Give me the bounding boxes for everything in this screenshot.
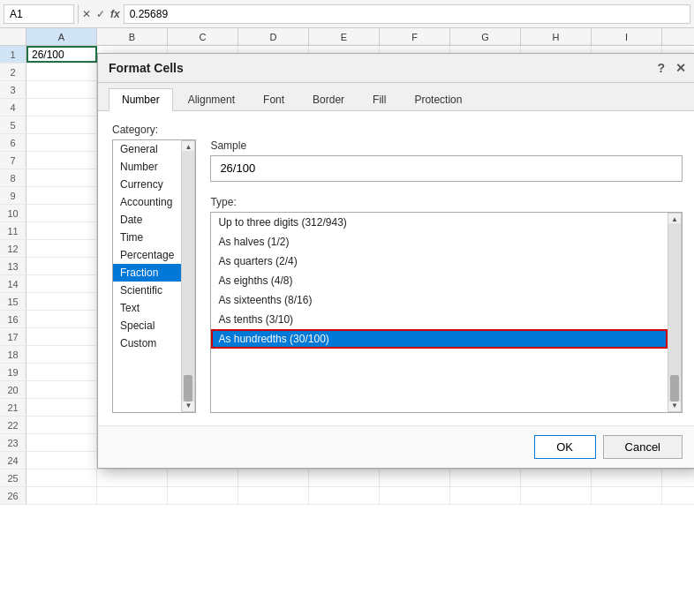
col-header-e[interactable]: E <box>309 28 380 45</box>
confirm-formula-icon[interactable]: ✓ <box>96 8 105 20</box>
row-number-9: 9 <box>0 187 26 204</box>
col-header-i[interactable]: I <box>592 28 662 45</box>
row-number-1: 1 <box>0 46 26 63</box>
table-row: 26 <box>0 487 694 505</box>
row-number-17: 17 <box>0 328 26 345</box>
row-number-3: 3 <box>0 81 26 98</box>
row-number-15: 15 <box>0 293 26 310</box>
formula-input[interactable] <box>124 4 690 24</box>
row-number-5: 5 <box>0 116 26 133</box>
two-column-layout: General Number Currency Accounting Date … <box>112 139 683 413</box>
list-item[interactable]: As sixteenths (8/16) <box>211 290 668 310</box>
row-number-21: 21 <box>0 399 26 416</box>
row-num-spacer <box>0 28 26 45</box>
dialog-title-bar: Format Cells ? ✕ <box>98 54 694 83</box>
column-headers: A B C D E F G H I <box>0 28 694 46</box>
dialog-footer: OK Cancel <box>98 425 694 468</box>
tab-number[interactable]: Number <box>109 88 173 111</box>
scroll-thumb[interactable] <box>670 375 679 402</box>
col-header-b[interactable]: B <box>97 28 168 45</box>
ok-button[interactable]: OK <box>534 435 596 459</box>
category-list-inner: General Number Currency Accounting Date … <box>113 140 181 412</box>
dialog-body: Category: General Number Currency Accoun… <box>98 111 694 425</box>
list-item[interactable]: General <box>113 140 181 158</box>
function-icon[interactable]: fx <box>110 8 120 20</box>
list-item[interactable]: As eighths (4/8) <box>211 271 668 290</box>
row-number-10: 10 <box>0 205 26 222</box>
list-item[interactable]: Percentage <box>113 246 181 264</box>
dialog-controls: ? ✕ <box>657 61 686 75</box>
col-header-c[interactable]: C <box>168 28 238 45</box>
col-header-a[interactable]: A <box>26 28 97 45</box>
type-list: Up to three digits (312/943) As halves (… <box>211 213 668 412</box>
scroll-track <box>668 223 681 402</box>
list-item[interactable]: As quarters (2/4) <box>211 252 668 271</box>
list-item[interactable]: Up to three digits (312/943) <box>211 213 668 232</box>
cell-reference-box[interactable]: A1 <box>4 4 74 24</box>
row-number-16: 16 <box>0 311 26 327</box>
scroll-thumb[interactable] <box>184 375 192 402</box>
row-number-19: 19 <box>0 364 26 380</box>
category-label: Category: <box>112 124 683 136</box>
scroll-up-arrow[interactable]: ▲ <box>185 143 192 151</box>
tab-protection[interactable]: Protection <box>401 88 475 110</box>
sample-label: Sample <box>210 139 683 152</box>
list-item[interactable]: Accounting <box>113 193 181 211</box>
formula-bar: A1 ✕ ✓ fx <box>0 0 694 28</box>
category-scrollbar[interactable]: ▲ ▼ <box>181 140 195 412</box>
cell-a1[interactable]: 26/100 <box>26 46 97 63</box>
sample-value: 26/100 <box>210 155 683 182</box>
row-number-8: 8 <box>0 169 26 186</box>
type-section: Type: Up to three digits (312/943) As ha… <box>210 196 683 413</box>
dialog-title: Format Cells <box>109 61 184 75</box>
formula-bar-icons: ✕ ✓ fx <box>82 8 120 20</box>
type-label: Type: <box>210 196 683 208</box>
format-cells-dialog: Format Cells ? ✕ Number Alignment Font B… <box>97 53 694 469</box>
list-item[interactable]: Number <box>113 158 181 176</box>
close-icon[interactable]: ✕ <box>675 61 686 75</box>
list-item[interactable]: Special <box>113 317 181 334</box>
type-list-container: Up to three digits (312/943) As halves (… <box>210 212 683 413</box>
scroll-up-arrow[interactable]: ▲ <box>671 215 678 223</box>
list-item[interactable]: Custom <box>113 334 181 352</box>
row-number-2: 2 <box>0 64 26 80</box>
category-section: General Number Currency Accounting Date … <box>112 139 196 413</box>
list-item[interactable]: Date <box>113 211 181 229</box>
tab-fill[interactable]: Fill <box>359 88 399 110</box>
col-header-h[interactable]: H <box>521 28 592 45</box>
list-item[interactable]: Time <box>113 229 181 246</box>
help-button[interactable]: ? <box>657 61 665 75</box>
scroll-down-arrow[interactable]: ▼ <box>671 402 678 409</box>
row-number-23: 23 <box>0 434 26 451</box>
col-header-d[interactable]: D <box>238 28 309 45</box>
list-item[interactable]: Scientific <box>113 282 181 299</box>
row-number-24: 24 <box>0 452 26 469</box>
row-number-20: 20 <box>0 381 26 398</box>
row-number-4: 4 <box>0 99 26 116</box>
row-number-14: 14 <box>0 275 26 292</box>
row-number-12: 12 <box>0 240 26 257</box>
list-item[interactable]: As halves (1/2) <box>211 232 668 252</box>
list-item[interactable]: Fraction <box>113 264 181 282</box>
scroll-down-arrow[interactable]: ▼ <box>185 402 192 409</box>
tab-font[interactable]: Font <box>250 88 298 110</box>
table-row: 25 <box>0 470 694 487</box>
col-header-f[interactable]: F <box>380 28 450 45</box>
cancel-formula-icon[interactable]: ✕ <box>82 8 91 20</box>
type-scrollbar[interactable]: ▲ ▼ <box>668 213 682 412</box>
list-item[interactable]: As tenths (3/10) <box>211 310 668 329</box>
row-number-25: 25 <box>0 470 26 486</box>
category-list-container: General Number Currency Accounting Date … <box>112 139 196 413</box>
formula-bar-separator <box>78 4 79 24</box>
row-number-26: 26 <box>0 487 26 504</box>
tab-alignment[interactable]: Alignment <box>175 88 248 110</box>
scroll-track <box>182 151 194 402</box>
list-item[interactable]: Text <box>113 299 181 317</box>
row-number-22: 22 <box>0 417 26 433</box>
tab-border[interactable]: Border <box>299 88 358 110</box>
dialog-tabs: Number Alignment Font Border Fill Protec… <box>98 83 694 111</box>
col-header-g[interactable]: G <box>450 28 521 45</box>
list-item[interactable]: Currency <box>113 176 181 193</box>
list-item-selected[interactable]: As hundredths (30/100) <box>211 329 668 349</box>
cancel-button[interactable]: Cancel <box>603 435 683 459</box>
